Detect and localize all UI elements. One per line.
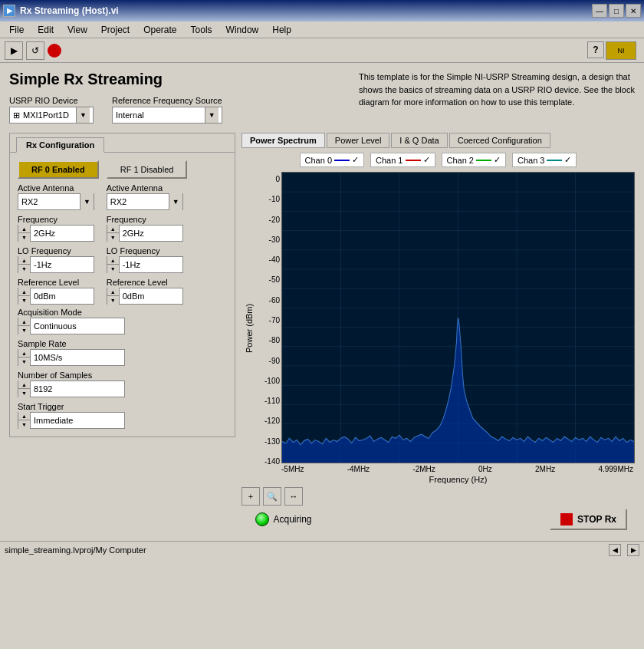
rx-config-tab[interactable]: Rx Configuration (16, 137, 104, 153)
rf1-frequency-up[interactable]: ▲ (107, 225, 119, 233)
rf1-lo-field: LO Frequency ▲ ▼ -1Hz (107, 246, 188, 273)
menu-window[interactable]: Window (220, 23, 265, 37)
acq-mode-down[interactable]: ▼ (18, 326, 30, 334)
rf0-antenna-dd-btn[interactable]: ▼ (80, 193, 94, 210)
chan3-item[interactable]: Chan 3 ✓ (512, 153, 577, 167)
chan2-item[interactable]: Chan 2 ✓ (442, 153, 506, 167)
spectrum-fill (282, 318, 634, 463)
window-controls[interactable]: — □ ✕ (592, 4, 641, 18)
start-trigger-up[interactable]: ▲ (18, 412, 30, 420)
num-samples-down[interactable]: ▼ (18, 389, 30, 397)
rf1-lo-down[interactable]: ▼ (107, 265, 119, 273)
rf0-lo-spinner[interactable]: ▲ ▼ -1Hz (18, 256, 94, 273)
rf0-frequency-spinner[interactable]: ▲ ▼ 2GHz (18, 225, 94, 242)
chan0-item[interactable]: Chan 0 ✓ (300, 153, 364, 167)
status-scroll-left[interactable]: ◀ (609, 544, 621, 556)
num-samples-ctrl[interactable]: ▲ ▼ 8192 (18, 381, 125, 397)
rf1-lo-arrows[interactable]: ▲ ▼ (107, 256, 120, 273)
menu-tools[interactable]: Tools (185, 23, 219, 37)
rf0-lo-up[interactable]: ▲ (18, 256, 30, 265)
stop-label: STOP Rx (577, 514, 616, 525)
chart-tab-power-level[interactable]: Power Level (327, 133, 390, 148)
rf0-reflevel-arrows[interactable]: ▲ ▼ (18, 288, 31, 305)
rf1-frequency-arrows[interactable]: ▲ ▼ (107, 225, 120, 242)
rf1-antenna-dd-btn[interactable]: ▼ (169, 193, 182, 210)
acq-mode-arrows[interactable]: ▲ ▼ (18, 318, 31, 334)
help-button[interactable]: ? (587, 41, 604, 58)
chart-crosshair-button[interactable]: + (242, 487, 260, 506)
menu-help[interactable]: Help (266, 23, 297, 37)
status-scroll-right[interactable]: ▶ (627, 544, 639, 556)
usrp-device-dd-btn[interactable]: ▼ (76, 107, 90, 123)
num-samples-up[interactable]: ▲ (18, 381, 30, 389)
rf1-frequency-spinner[interactable]: ▲ ▼ 2GHz (107, 225, 183, 242)
y-tick-30: -30 (257, 236, 280, 244)
ref-freq-dropdown[interactable]: Internal ▼ (112, 107, 222, 124)
rf1-frequency-down[interactable]: ▼ (107, 233, 119, 242)
sample-rate-ctrl[interactable]: ▲ ▼ 10MS/s (18, 349, 125, 366)
rf0-frequency-down[interactable]: ▼ (18, 233, 30, 242)
stop-button[interactable]: STOP Rx (550, 509, 627, 530)
menu-edit[interactable]: Edit (31, 23, 60, 37)
rf1-frequency-label: Frequency (107, 215, 188, 224)
chart-tab-coerced[interactable]: Coerced Configuration (449, 133, 550, 148)
rf1-lo-up[interactable]: ▲ (107, 256, 119, 265)
sample-rate-up[interactable]: ▲ (18, 349, 30, 357)
x-tick-0hz: 0Hz (478, 465, 492, 473)
x-tick-2mhz: -2MHz (412, 465, 435, 473)
sample-rate-arrows[interactable]: ▲ ▼ (18, 349, 31, 366)
chart-tab-iq-data[interactable]: I & Q Data (391, 133, 447, 148)
close-button[interactable]: ✕ (626, 4, 641, 18)
usrp-device-dropdown[interactable]: ⊞ MXI1Port1D ▼ (9, 107, 94, 124)
chan2-check: ✓ (494, 155, 501, 165)
start-trigger-ctrl[interactable]: ▲ ▼ Immediate (18, 412, 125, 429)
start-trigger-arrows[interactable]: ▲ ▼ (18, 412, 31, 429)
acq-mode-up[interactable]: ▲ (18, 318, 30, 326)
rf1-reflevel-arrows[interactable]: ▲ ▼ (107, 288, 120, 305)
rf0-reflevel-spinner[interactable]: ▲ ▼ 0dBm (18, 288, 94, 305)
rf0-lo-down[interactable]: ▼ (18, 265, 30, 273)
rf1-reflevel-label: Reference Level (107, 278, 188, 287)
rf1-reflevel-down[interactable]: ▼ (107, 296, 119, 305)
num-samples-arrows[interactable]: ▲ ▼ (18, 381, 31, 397)
title-bar: ▶ Rx Streaming (Host).vi — □ ✕ (0, 0, 644, 21)
run-arrow-button[interactable]: ▶ (5, 41, 23, 60)
menu-view[interactable]: View (61, 23, 94, 37)
abort-button[interactable] (48, 44, 61, 58)
rf0-frequency-arrows[interactable]: ▲ ▼ (18, 225, 31, 242)
rf0-antenna-select[interactable]: RX2 ▼ (18, 193, 94, 210)
sample-rate-down[interactable]: ▼ (18, 357, 30, 366)
rf1-antenna-select[interactable]: RX2 ▼ (107, 193, 183, 210)
menu-operate[interactable]: Operate (137, 23, 182, 37)
menu-project[interactable]: Project (95, 23, 136, 37)
chart-tab-power-spectrum[interactable]: Power Spectrum (242, 133, 325, 148)
rf0-frequency-field: Frequency ▲ ▼ 2GHz (18, 215, 99, 242)
rf1-lo-spinner[interactable]: ▲ ▼ -1Hz (107, 256, 183, 273)
y-tick-140: -140 (257, 457, 280, 466)
rf1-column: RF 1 Disabled Active Antenna RX2 ▼ Frequ… (107, 160, 188, 305)
rf0-reflevel-down[interactable]: ▼ (18, 296, 30, 305)
minimize-button[interactable]: — (592, 4, 607, 18)
channel-row: Chan 0 ✓ Chan 1 ✓ Chan 2 ✓ Ch (242, 153, 635, 167)
rf1-reflevel-spinner[interactable]: ▲ ▼ 0dBm (107, 288, 183, 305)
x-tick-4mhz: -4MHz (347, 465, 370, 473)
rf0-enabled-button[interactable]: RF 0 Enabled (18, 160, 99, 179)
chan1-item[interactable]: Chan 1 ✓ (370, 153, 435, 167)
chart-zoom-button[interactable]: 🔍 (263, 487, 281, 506)
run-continuously-button[interactable]: ↺ (26, 41, 44, 60)
chart-pan-button[interactable]: ↔ (284, 487, 303, 506)
acq-mode-ctrl[interactable]: ▲ ▼ Continuous (18, 318, 125, 334)
menu-file[interactable]: File (3, 23, 30, 37)
rf1-disabled-button[interactable]: RF 1 Disabled (107, 160, 188, 179)
chart-svg (282, 173, 634, 463)
window-title: Rx Streaming (Host).vi (20, 5, 119, 16)
rf0-reflevel-up[interactable]: ▲ (18, 288, 30, 296)
start-trigger-down[interactable]: ▼ (18, 420, 30, 429)
rf0-lo-arrows[interactable]: ▲ ▼ (18, 256, 31, 273)
maximize-button[interactable]: □ (609, 4, 624, 18)
start-trigger-label: Start Trigger (18, 402, 227, 411)
ref-freq-dd-btn[interactable]: ▼ (205, 107, 219, 123)
main-content: Simple Rx Streaming USRP RIO Device ⊞ MX… (0, 63, 644, 541)
rf0-frequency-up[interactable]: ▲ (18, 225, 30, 233)
rf1-reflevel-up[interactable]: ▲ (107, 288, 119, 296)
